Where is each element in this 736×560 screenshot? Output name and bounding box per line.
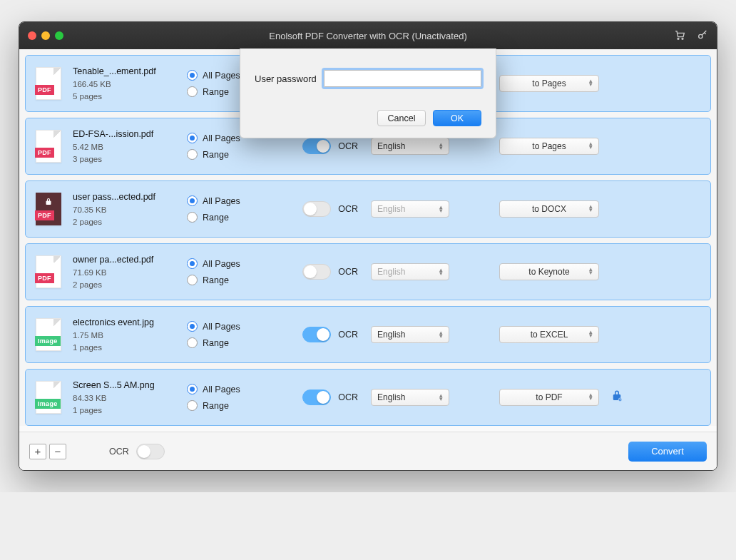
svg-point-1 xyxy=(682,38,683,39)
svg-point-0 xyxy=(678,38,679,39)
language-value: English xyxy=(377,141,405,151)
pdf-file-icon: PDF xyxy=(36,67,61,100)
file-pages: 5 pages xyxy=(73,92,187,101)
remove-file-button[interactable]: − xyxy=(49,444,66,459)
ok-button[interactable]: OK xyxy=(433,110,481,126)
format-value: to Keynote xyxy=(528,267,569,277)
chevron-updown-icon: ▴▾ xyxy=(589,205,593,212)
format-dropdown[interactable]: to PDF▴▾ xyxy=(499,389,599,406)
file-row[interactable]: PDFowner pa...ected.pdf71.69 KB2 pagesAl… xyxy=(25,243,711,300)
ocr-toggle[interactable] xyxy=(302,138,331,154)
all-pages-radio[interactable]: All Pages xyxy=(187,321,294,332)
image-file-icon: Image xyxy=(36,318,61,351)
all-pages-radio[interactable]: All Pages xyxy=(187,384,294,394)
format-dropdown[interactable]: to DOCX▴▾ xyxy=(499,200,599,218)
file-size: 5.42 MB xyxy=(73,143,187,151)
password-dialog: User password Cancel OK xyxy=(240,49,496,138)
file-row[interactable]: PDFuser pass...ected.pdf70.35 KB2 pagesA… xyxy=(25,180,711,238)
all-pages-label: All Pages xyxy=(203,196,240,206)
format-dropdown[interactable]: to Keynote▴▾ xyxy=(499,263,599,280)
language-dropdown: English▴▾ xyxy=(371,200,449,218)
range-label: Range xyxy=(203,338,229,348)
language-dropdown[interactable]: English▴▾ xyxy=(371,326,449,343)
language-dropdown: English▴▾ xyxy=(371,263,449,280)
language-value: English xyxy=(377,267,405,277)
chevron-updown-icon: ▴▾ xyxy=(439,205,443,213)
chevron-updown-icon: ▴▾ xyxy=(589,330,593,337)
chevron-updown-icon: ▴▾ xyxy=(589,393,593,400)
all-pages-label: All Pages xyxy=(203,133,240,143)
ocr-toggle[interactable] xyxy=(302,264,331,280)
filetype-tag: PDF xyxy=(35,273,54,283)
lock-settings-icon[interactable] xyxy=(610,390,623,405)
format-dropdown[interactable]: to Pages▴▾ xyxy=(499,75,599,92)
filetype-tag: Image xyxy=(35,399,61,409)
cancel-button[interactable]: Cancel xyxy=(377,110,426,126)
file-size: 70.35 KB xyxy=(73,205,187,214)
window-close-button[interactable] xyxy=(28,31,36,40)
window-maximize-button[interactable] xyxy=(55,31,63,40)
all-pages-radio[interactable]: All Pages xyxy=(187,195,294,206)
file-name: Screen S...5 AM.png xyxy=(73,380,187,390)
file-name: electronics event.jpg xyxy=(73,317,187,327)
range-radio[interactable]: Range xyxy=(187,337,294,348)
window-minimize-button[interactable] xyxy=(41,31,50,40)
range-radio[interactable]: Range xyxy=(187,149,294,160)
all-pages-radio[interactable]: All Pages xyxy=(187,258,294,269)
ocr-toggle[interactable] xyxy=(302,201,331,217)
add-file-button[interactable]: + xyxy=(29,444,46,459)
filetype-tag: PDF xyxy=(35,210,54,220)
ocr-toggle[interactable] xyxy=(302,327,331,342)
titlebar: Enolsoft PDF Converter with OCR (Unactiv… xyxy=(19,22,717,49)
footer-ocr-toggle[interactable] xyxy=(136,444,165,459)
password-label: User password xyxy=(255,73,317,84)
file-row[interactable]: ImageScreen S...5 AM.png84.33 KB1 pagesA… xyxy=(25,369,711,426)
all-pages-label: All Pages xyxy=(203,259,240,269)
range-label: Range xyxy=(203,401,229,411)
key-icon[interactable] xyxy=(697,29,708,43)
chevron-updown-icon: ▴▾ xyxy=(589,268,593,275)
file-name: owner pa...ected.pdf xyxy=(73,255,187,265)
ocr-label: OCR xyxy=(338,392,358,402)
range-radio[interactable]: Range xyxy=(187,275,294,285)
convert-button[interactable]: Convert xyxy=(628,442,707,462)
ocr-label: OCR xyxy=(338,267,358,277)
file-size: 1.75 MB xyxy=(73,331,187,340)
password-input[interactable] xyxy=(324,70,481,87)
language-dropdown[interactable]: English▴▾ xyxy=(371,389,449,406)
range-label: Range xyxy=(203,150,229,160)
chevron-updown-icon: ▴▾ xyxy=(439,143,443,150)
file-size: 166.45 KB xyxy=(73,80,187,88)
chevron-updown-icon: ▴▾ xyxy=(589,142,593,149)
cart-icon[interactable] xyxy=(674,29,685,43)
ocr-label: OCR xyxy=(338,204,358,214)
chevron-updown-icon: ▴▾ xyxy=(439,394,443,401)
filetype-tag: PDF xyxy=(35,85,54,95)
format-value: to DOCX xyxy=(532,204,566,214)
format-dropdown[interactable]: to EXCEL▴▾ xyxy=(499,326,599,343)
footer-ocr-label: OCR xyxy=(109,447,129,457)
range-label: Range xyxy=(203,213,229,223)
file-name: user pass...ected.pdf xyxy=(73,192,187,202)
range-radio[interactable]: Range xyxy=(187,212,294,223)
range-radio[interactable]: Range xyxy=(187,400,294,411)
file-pages: 1 pages xyxy=(73,406,187,414)
all-pages-label: All Pages xyxy=(203,71,240,81)
window-title: Enolsoft PDF Converter with OCR (Unactiv… xyxy=(19,31,717,41)
range-label: Range xyxy=(203,87,229,97)
ocr-toggle[interactable] xyxy=(302,390,331,405)
file-pages: 3 pages xyxy=(73,155,187,163)
format-value: to PDF xyxy=(536,392,562,402)
format-value: to Pages xyxy=(532,141,566,151)
all-pages-label: All Pages xyxy=(203,322,240,332)
file-pages: 2 pages xyxy=(73,280,187,289)
filetype-tag: Image xyxy=(35,336,61,346)
file-size: 84.33 KB xyxy=(73,394,187,402)
pdf-file-icon: PDF xyxy=(36,255,61,288)
language-dropdown[interactable]: English▴▾ xyxy=(371,138,449,155)
ocr-label: OCR xyxy=(338,141,358,151)
file-name: Tenable_...ement.pdf xyxy=(73,66,187,76)
format-dropdown[interactable]: to Pages▴▾ xyxy=(499,138,599,155)
format-value: to EXCEL xyxy=(531,330,568,340)
file-row[interactable]: Imageelectronics event.jpg1.75 MB1 pages… xyxy=(25,306,711,363)
